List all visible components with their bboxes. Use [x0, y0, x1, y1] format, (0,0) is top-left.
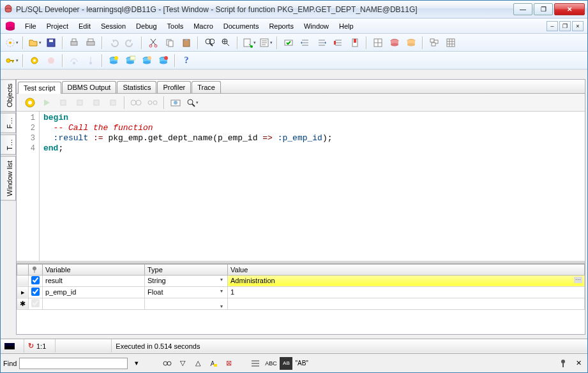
- window-list-button[interactable]: [426, 36, 442, 50]
- sidebar-tab-windowlist[interactable]: Window list: [1, 156, 16, 201]
- step-into-button[interactable]: [83, 54, 98, 68]
- find-x-icon[interactable]: ✕: [572, 357, 585, 370]
- find-next-icon[interactable]: △: [192, 357, 204, 370]
- commit-button[interactable]: [281, 36, 296, 50]
- new-button[interactable]: ▾: [4, 36, 19, 50]
- find-opt-ab[interactable]: "AB": [295, 357, 308, 370]
- sidebar-tab-files[interactable]: F…: [1, 113, 16, 133]
- col-variable[interactable]: Variable: [43, 264, 145, 275]
- minimize-button[interactable]: —: [513, 3, 532, 15]
- bookmark-button[interactable]: [347, 36, 363, 50]
- indent-button[interactable]: [298, 36, 313, 50]
- sidebar-tab-t[interactable]: T…: [1, 135, 16, 155]
- debug-step1-button[interactable]: [56, 96, 71, 110]
- cut-button[interactable]: [146, 36, 161, 50]
- menu-project[interactable]: Project: [41, 21, 73, 31]
- ellipsis-button[interactable]: ⋯: [574, 277, 582, 283]
- replace-button[interactable]: [218, 36, 234, 50]
- photo-button[interactable]: [168, 96, 183, 110]
- save-button[interactable]: [43, 36, 59, 50]
- grid-button[interactable]: [443, 36, 458, 50]
- menu-tools[interactable]: Tools: [162, 21, 189, 31]
- db-plus-button[interactable]: [139, 54, 155, 68]
- var-row[interactable]: ▸ p_emp_id Float▾ 1: [17, 286, 585, 298]
- var-row[interactable]: result String▾ Administration⋯: [17, 275, 585, 286]
- tab-dbmsoutput[interactable]: DBMS Output: [62, 81, 117, 93]
- menu-macro[interactable]: Macro: [188, 21, 218, 31]
- print-setup-button[interactable]: [83, 36, 98, 50]
- col-value[interactable]: Value: [228, 264, 585, 275]
- zoom-button[interactable]: ▾: [185, 96, 200, 110]
- variables-grid[interactable]: Variable Type Value result String▾ Admin…: [17, 264, 585, 310]
- mdi-restore-button[interactable]: ❐: [559, 21, 571, 31]
- find-opt-abc-box[interactable]: AB: [280, 357, 292, 370]
- code-editor[interactable]: begin -- Call the function :result := pk…: [40, 112, 585, 261]
- col-type[interactable]: Type: [145, 264, 228, 275]
- execute-button[interactable]: ▾: [241, 36, 257, 50]
- gear-button[interactable]: [27, 54, 42, 68]
- menu-file[interactable]: File: [20, 21, 41, 31]
- var-row-new[interactable]: ✱ ▾: [17, 298, 585, 309]
- undo-button[interactable]: [106, 36, 121, 50]
- svg-point-68: [131, 100, 136, 105]
- breakpoint-toggle-button[interactable]: [43, 54, 59, 68]
- menu-window[interactable]: Window: [299, 21, 334, 31]
- db-red-button[interactable]: [156, 54, 171, 68]
- play-button[interactable]: [39, 96, 54, 110]
- step-over-button[interactable]: [66, 54, 82, 68]
- find-opt-abc[interactable]: ABC: [264, 357, 277, 370]
- paste-button[interactable]: [179, 36, 194, 50]
- menu-help[interactable]: Help: [334, 21, 359, 31]
- glasses2-button[interactable]: [145, 96, 160, 110]
- tab-profiler[interactable]: Profiler: [157, 81, 191, 93]
- open-button[interactable]: ▾: [27, 36, 42, 50]
- outdent-button[interactable]: [314, 36, 329, 50]
- copy-button[interactable]: [162, 36, 177, 50]
- find-opt-list-icon[interactable]: [249, 357, 262, 370]
- browser-button[interactable]: [370, 36, 386, 50]
- glasses-button[interactable]: [128, 96, 144, 110]
- run-test-button[interactable]: [22, 96, 38, 110]
- line-gutter: 1 2 3 4: [17, 112, 40, 261]
- mdi-close-button[interactable]: ×: [572, 21, 584, 31]
- find-highlight-icon[interactable]: [207, 357, 220, 370]
- tool2-button[interactable]: [403, 36, 419, 50]
- db-sql-button[interactable]: [123, 54, 138, 68]
- var-checkbox[interactable]: [31, 288, 40, 296]
- find-prev-icon[interactable]: ▽: [176, 357, 189, 370]
- sidebar-tab-objects[interactable]: Objects: [1, 79, 16, 112]
- svg-rect-39: [447, 39, 455, 47]
- col-pin[interactable]: [29, 264, 43, 275]
- close-button[interactable]: ✕: [554, 3, 585, 15]
- debug-step2-button[interactable]: [72, 96, 87, 110]
- comment-button[interactable]: [331, 36, 346, 50]
- find-dropdown[interactable]: ▾: [130, 357, 143, 370]
- menu-debug[interactable]: Debug: [131, 21, 162, 31]
- menu-session[interactable]: Session: [96, 21, 131, 31]
- maximize-button[interactable]: ❐: [534, 3, 553, 15]
- find-binoculars-icon[interactable]: [161, 357, 174, 370]
- var-checkbox[interactable]: [31, 276, 40, 284]
- find-input[interactable]: [19, 358, 128, 369]
- explain-button[interactable]: ▾: [258, 36, 273, 50]
- tab-statistics[interactable]: Statistics: [117, 81, 156, 93]
- mdi-minimize-button[interactable]: –: [547, 21, 558, 31]
- menu-reports[interactable]: Reports: [264, 21, 299, 31]
- find-close-icon[interactable]: ⊠: [222, 357, 235, 370]
- svg-rect-10: [72, 39, 76, 41]
- find-button[interactable]: [202, 36, 217, 50]
- redo-button[interactable]: [123, 36, 138, 50]
- tab-trace[interactable]: Trace: [192, 81, 221, 93]
- print-button[interactable]: [66, 36, 82, 50]
- find-pin-icon[interactable]: [557, 357, 569, 370]
- key-button[interactable]: ▾: [4, 54, 19, 68]
- debug-step3-button[interactable]: [89, 96, 104, 110]
- tab-testscript[interactable]: Test script: [18, 82, 61, 94]
- tool1-button[interactable]: [387, 36, 402, 50]
- db-yellow-button[interactable]: [106, 54, 121, 68]
- menu-edit[interactable]: Edit: [73, 21, 96, 31]
- help-button[interactable]: ?: [179, 54, 194, 68]
- debug-step4-button[interactable]: [105, 96, 121, 110]
- refresh-icon[interactable]: ↻: [28, 342, 34, 350]
- menu-documents[interactable]: Documents: [218, 21, 264, 31]
